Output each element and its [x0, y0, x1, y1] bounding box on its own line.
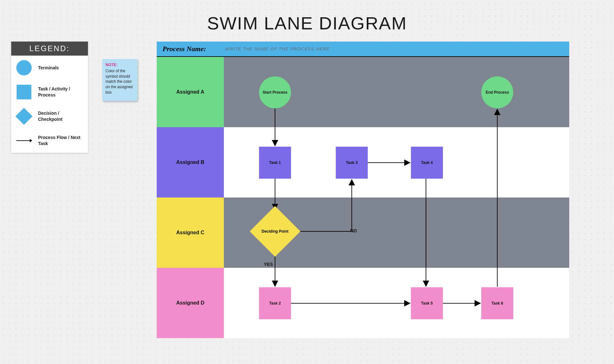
lane-head-a: Assigned A [157, 57, 224, 127]
decision-label: Deciding Point [253, 209, 297, 254]
process-name-placeholder[interactable]: WRITE THE NAME OF THE PROCESS HERE. [225, 46, 331, 51]
legend-header: LEGEND: [11, 42, 88, 56]
legend-label: Terminals [38, 65, 59, 71]
square-icon [16, 84, 32, 100]
legend-label: Process Flow / Next Task [38, 135, 83, 147]
note-card: NOTE: Color of the symbol should match t… [102, 59, 138, 101]
arrow-icon [16, 132, 32, 149]
legend-label: Task / Activity / Process [38, 86, 83, 98]
diamond-icon [16, 108, 32, 125]
lane-head-c: Assigned C [157, 197, 224, 268]
legend-row-decision: Decision / Checkpoint [11, 104, 88, 128]
note-body: Color of the symbol should match the col… [106, 68, 134, 95]
edge-label-yes: YES [264, 262, 273, 267]
legend-panel: LEGEND: Terminals Task / Activity / Proc… [11, 42, 88, 153]
task-5[interactable]: Task 5 [411, 287, 443, 319]
legend-row-flow: Process Flow / Next Task [11, 128, 88, 153]
page-title: SWIM LANE DIAGRAM [207, 13, 407, 34]
circle-icon [16, 59, 32, 76]
process-name-label: Process Name: [162, 45, 206, 53]
terminal-end[interactable]: End Process [481, 76, 513, 108]
lane-head-d: Assigned D [157, 268, 224, 338]
edge-label-no: NO [350, 228, 357, 233]
task-1[interactable]: Task 1 [259, 147, 291, 179]
task-4[interactable]: Task 4 [411, 147, 443, 179]
task-3[interactable]: Task 3 [336, 147, 368, 179]
decision-point[interactable]: Deciding Point [253, 209, 297, 254]
process-name-bar: Process Name: WRITE THE NAME OF THE PROC… [157, 42, 569, 57]
lane-head-b: Assigned B [157, 127, 224, 197]
legend-row-terminals: Terminals [11, 56, 88, 80]
svg-marker-1 [30, 139, 32, 142]
legend-row-task: Task / Activity / Process [11, 80, 88, 104]
note-label: NOTE: [106, 62, 134, 68]
flow-overlay: Start Process End Process Task 1 Task 3 … [224, 57, 569, 338]
task-6[interactable]: Task 6 [481, 287, 513, 319]
swimlane-diagram: Process Name: WRITE THE NAME OF THE PROC… [157, 42, 569, 338]
task-2[interactable]: Task 2 [259, 287, 291, 319]
legend-label: Decision / Checkpoint [38, 110, 83, 122]
terminal-start[interactable]: Start Process [259, 76, 291, 108]
